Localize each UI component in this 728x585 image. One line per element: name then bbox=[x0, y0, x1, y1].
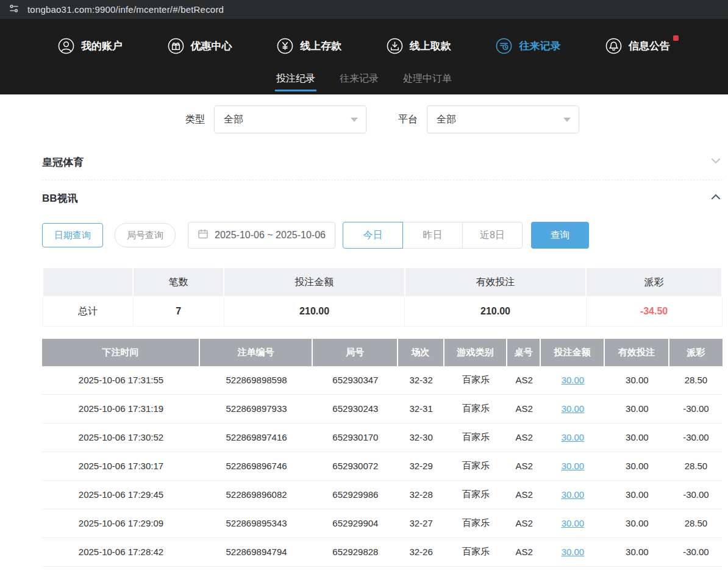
yesterday-button[interactable]: 昨日 bbox=[402, 222, 463, 249]
type-filter: 类型 全部 bbox=[185, 105, 366, 133]
cell-table-no: AS2 bbox=[507, 538, 541, 567]
top-navigation: 我的账户 优惠中心 线上存款 bbox=[0, 19, 728, 94]
platform-filter: 平台 全部 bbox=[398, 105, 579, 133]
platform-filter-label: 平台 bbox=[398, 113, 418, 126]
round-query-button[interactable]: 局号查询 bbox=[115, 223, 176, 247]
cell-bet-amount: 30.00 bbox=[541, 481, 605, 509]
cell-bet-amount: 30.00 bbox=[541, 395, 605, 424]
cell-session: 32-27 bbox=[398, 509, 444, 538]
today-button[interactable]: 今日 bbox=[343, 222, 403, 249]
cell-bet-time: 2025-10-06 17:31:19 bbox=[42, 395, 200, 424]
header-table-no: 桌号 bbox=[507, 339, 541, 366]
nav-item-my-account[interactable]: 我的账户 bbox=[58, 38, 123, 54]
tab-transaction-records[interactable]: 往来记录 bbox=[338, 63, 380, 94]
table-row: 2025-10-06 17:29:09 522869895343 6529299… bbox=[42, 509, 723, 538]
url-text: tongbao31.com:9900/infe/mcenter/#/betRec… bbox=[27, 4, 224, 15]
section-bb-video[interactable]: BB视讯 bbox=[42, 180, 723, 216]
calendar-icon bbox=[198, 229, 209, 242]
cell-game-type: 百家乐 bbox=[444, 538, 508, 567]
deposit-icon bbox=[277, 38, 293, 54]
search-button[interactable]: 查询 bbox=[531, 222, 589, 249]
cell-round-no: 652930347 bbox=[313, 366, 398, 395]
type-select[interactable]: 全部 bbox=[214, 105, 366, 133]
date-range-value: 2025-10-06 ~ 2025-10-06 bbox=[215, 230, 326, 241]
cell-game-type: 百家乐 bbox=[444, 481, 508, 509]
cell-table-no: AS2 bbox=[507, 481, 541, 509]
cell-bet-id: 522869894794 bbox=[200, 538, 313, 567]
platform-select-value: 全部 bbox=[437, 113, 456, 126]
header-payout: 派彩 bbox=[669, 339, 723, 366]
table-row: 2025-10-06 17:31:55 522869898598 6529303… bbox=[42, 366, 723, 395]
table-row: 2025-10-06 17:30:52 522869897416 6529301… bbox=[42, 424, 723, 452]
cell-bet-time: 2025-10-06 17:30:17 bbox=[42, 452, 200, 481]
header-game-type: 游戏类别 bbox=[444, 339, 508, 366]
nav-item-announcements[interactable]: 信息公告 bbox=[605, 38, 670, 54]
cell-valid-bet: 30.00 bbox=[605, 481, 669, 509]
cell-valid-bet: 30.00 bbox=[605, 366, 669, 395]
summary-bet-amount-value: 210.00 bbox=[224, 297, 404, 326]
bb-toolbar: 日期查询 局号查询 2025-10-06 ~ 2025-10-06 今日 昨日 … bbox=[42, 222, 723, 249]
cell-bet-amount: 30.00 bbox=[541, 452, 605, 481]
bet-amount-link[interactable]: 30.00 bbox=[562, 547, 585, 557]
cell-bet-time: 2025-10-06 17:29:09 bbox=[42, 509, 200, 538]
date-query-button[interactable]: 日期查询 bbox=[42, 223, 103, 247]
withdraw-icon bbox=[387, 38, 403, 54]
cell-bet-amount: 30.00 bbox=[541, 424, 605, 452]
bet-amount-link[interactable]: 30.00 bbox=[562, 489, 585, 500]
table-row: 2025-10-06 17:29:45 522869896082 6529299… bbox=[42, 481, 723, 509]
nav-label: 往来记录 bbox=[519, 39, 560, 53]
cell-bet-time: 2025-10-06 17:28:42 bbox=[42, 538, 200, 567]
cell-round-no: 652930170 bbox=[313, 424, 398, 452]
cell-table-no: AS2 bbox=[507, 366, 541, 395]
bet-amount-link[interactable]: 30.00 bbox=[562, 375, 585, 385]
date-range-picker[interactable]: 2025-10-06 ~ 2025-10-06 bbox=[188, 222, 335, 249]
records-icon bbox=[496, 38, 512, 54]
cell-bet-id: 522869897416 bbox=[200, 424, 313, 452]
cell-bet-id: 522869898598 bbox=[200, 366, 313, 395]
nav-item-deposit[interactable]: 线上存款 bbox=[277, 38, 341, 54]
nav-item-withdraw[interactable]: 线上取款 bbox=[387, 38, 451, 54]
summary-total-label: 总计 bbox=[43, 297, 133, 326]
tab-bet-records[interactable]: 投注纪录 bbox=[275, 63, 316, 94]
chevron-down-icon[interactable] bbox=[709, 154, 723, 170]
last-8-days-button[interactable]: 近8日 bbox=[462, 222, 523, 249]
cell-bet-amount: 30.00 bbox=[541, 366, 605, 395]
cell-payout: -30.00 bbox=[669, 481, 723, 509]
cell-valid-bet: 30.00 bbox=[605, 452, 669, 481]
summary-valid-bet-value: 210.00 bbox=[405, 297, 586, 326]
bet-amount-link[interactable]: 30.00 bbox=[562, 461, 585, 471]
chevron-down-icon bbox=[351, 118, 358, 122]
summary-header-bet-amount: 投注金额 bbox=[224, 268, 404, 297]
nav-item-records[interactable]: 往来记录 bbox=[496, 38, 560, 54]
cell-session: 32-26 bbox=[398, 538, 444, 567]
type-filter-label: 类型 bbox=[185, 113, 205, 126]
quick-date-group: 今日 昨日 近8日 bbox=[343, 222, 523, 249]
section-crown-sports[interactable]: 皇冠体育 bbox=[42, 144, 723, 180]
table-row: 2025-10-06 17:31:19 522869897933 6529302… bbox=[42, 395, 723, 424]
nav-item-promotions[interactable]: 优惠中心 bbox=[168, 38, 232, 54]
browser-address-bar[interactable]: tongbao31.com:9900/infe/mcenter/#/betRec… bbox=[0, 0, 728, 19]
cell-payout: -30.00 bbox=[669, 424, 723, 452]
chevron-up-icon[interactable] bbox=[709, 190, 723, 206]
cell-bet-time: 2025-10-06 17:31:55 bbox=[42, 366, 200, 395]
gift-icon bbox=[168, 38, 184, 54]
cell-table-no: AS2 bbox=[507, 452, 541, 481]
header-round-no: 局号 bbox=[313, 339, 398, 366]
site-settings-icon[interactable] bbox=[9, 3, 20, 16]
cell-bet-amount: 30.00 bbox=[541, 538, 605, 567]
bet-amount-link[interactable]: 30.00 bbox=[562, 403, 585, 414]
bet-amount-link[interactable]: 30.00 bbox=[562, 432, 585, 442]
tab-processing-orders[interactable]: 处理中订单 bbox=[402, 63, 453, 94]
cell-table-no: AS2 bbox=[507, 424, 541, 452]
bet-amount-link[interactable]: 30.00 bbox=[562, 518, 585, 528]
cell-payout: 28.50 bbox=[669, 509, 723, 538]
bet-table-header-row: 下注时间 注单编号 局号 场次 游戏类别 桌号 投注金额 有效投注 派彩 bbox=[42, 339, 723, 366]
table-row: 2025-10-06 17:28:42 522869894794 6529298… bbox=[42, 538, 723, 567]
bet-records-table: 下注时间 注单编号 局号 场次 游戏类别 桌号 投注金额 有效投注 派彩 202… bbox=[42, 339, 723, 567]
cell-bet-time: 2025-10-06 17:29:45 bbox=[42, 481, 200, 509]
chevron-down-icon bbox=[563, 118, 571, 122]
nav-label: 信息公告 bbox=[629, 39, 670, 53]
section-bb-title: BB视讯 bbox=[42, 191, 78, 205]
platform-select[interactable]: 全部 bbox=[427, 105, 579, 133]
cell-bet-id: 522869896082 bbox=[200, 481, 313, 509]
